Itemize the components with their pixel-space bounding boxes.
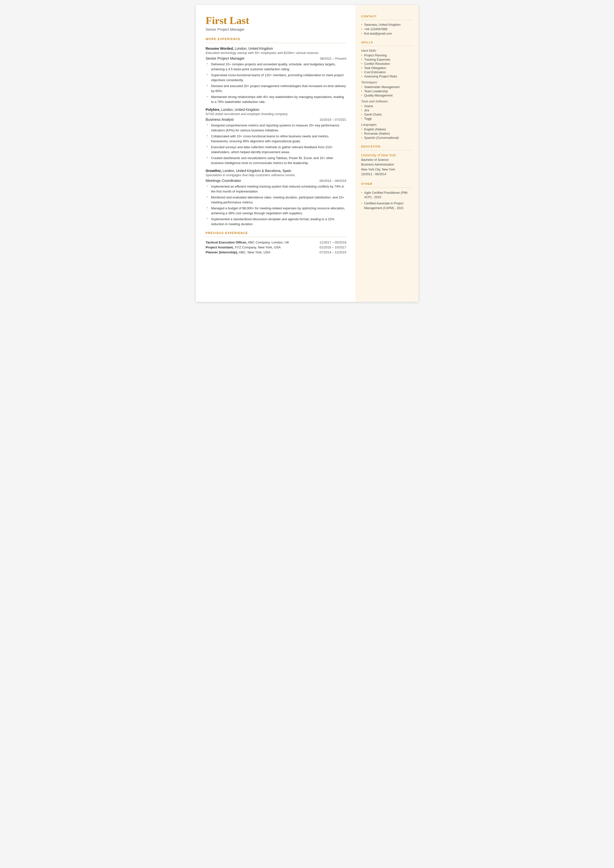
prev-job-2-title: Project Assistant, XYZ Company, New York…	[206, 245, 281, 249]
skill-task-delegation: Task Delegation	[361, 66, 412, 70]
candidate-name: First Last	[206, 15, 346, 26]
job-2-role-row: Business Analyst 10/2019 – 07/2021	[206, 117, 346, 121]
prev-job-1-rest: ABC Company, London, UK	[247, 241, 289, 244]
prev-job-1-dates: 11/2017 – 05/2018	[319, 241, 346, 244]
skills-divider	[361, 46, 412, 46]
right-column: CONTACT Swansea, United Kingdom +44 1234…	[355, 5, 419, 302]
prev-job-2-bold: Project Assistant,	[206, 245, 234, 249]
skill-assessing-project-risks: Assessing Project Risks	[361, 75, 412, 78]
job-2-dates: 10/2019 – 07/2021	[319, 118, 346, 121]
other-divider	[361, 187, 412, 188]
bullet: Collaborated with 10+ cross-functional t…	[207, 134, 346, 143]
job-3-role-row: Meetings Coordinator 06/2018 – 09/2019	[206, 179, 346, 183]
edu-field: Business Administration	[361, 162, 412, 167]
skill-cost-estimation: Cost Estimation	[361, 70, 412, 74]
candidate-title: Senior Project Manager	[206, 27, 346, 31]
job-2-company-name: Polyhire,	[206, 108, 220, 112]
education-divider	[361, 150, 412, 150]
job-2-role: Business Analyst	[206, 117, 234, 121]
prev-job-1: Tactical Execution Officer, ABC Company,…	[206, 241, 346, 244]
job-1-company-rest: London, United Kingdom	[234, 47, 273, 50]
skill-tracking-expenses: Tracking Expenses	[361, 58, 412, 61]
contact-location: Swansea, United Kingdom	[361, 23, 412, 26]
skill-stakeholder-management: Stakeholder Management	[361, 85, 412, 89]
job-1-role: Senior Project Manager	[206, 56, 245, 61]
job-3-desc: Specializes in mortgages that help custo…	[206, 173, 346, 177]
hard-skills-label: Hard Skills:	[361, 49, 412, 53]
contact-phone: +44 1234567890	[361, 28, 412, 31]
edu-school: University of New York	[361, 153, 412, 157]
job-3-company-name: Growthsi,	[206, 169, 222, 173]
previous-experience-header: PREVIOUS EXPERIENCE	[206, 231, 346, 235]
edu-dates: 10/2011 - 06/2014	[361, 172, 412, 177]
education-header: EDUCATION	[361, 145, 412, 148]
skill-gantt-charts: Gantt Charts	[361, 113, 412, 116]
previous-experience-divider	[206, 237, 346, 237]
job-2: Polyhire, London, United Kingdom NYSE-li…	[206, 108, 346, 165]
other-capm: Certified Associate in Project Managemen…	[361, 201, 412, 211]
other-acp: Agile Certified Practitioner (PMI-ACP) -…	[361, 191, 412, 200]
job-3-dates: 06/2018 – 09/2019	[319, 179, 346, 183]
job-1-desc: Education technology startup with 50+ em…	[206, 51, 346, 55]
prev-job-3-title: Planner (Internship), ABC, New York, USA	[206, 250, 271, 254]
contact-email: first.last@gmail.com	[361, 32, 412, 36]
prev-job-1-title: Tactical Execution Officer, ABC Company,…	[206, 241, 289, 244]
bullet: Devised and executed 20+ project managem…	[207, 84, 346, 93]
skill-project-planning: Project Planning	[361, 54, 412, 57]
skill-asana: Asana	[361, 104, 412, 108]
bullet: Implemented an efficient meeting trackin…	[207, 184, 346, 194]
other-header: OTHER	[361, 182, 412, 185]
job-3-role: Meetings Coordinator	[206, 179, 241, 183]
job-3: Growthsi, London, United Kingdom & Barce…	[206, 169, 346, 227]
bullet: Designed comprehensive metrics and repor…	[207, 123, 346, 133]
bullet: Created dashboards and visualizations us…	[207, 156, 346, 165]
contact-divider	[361, 20, 412, 20]
bullet: Implemented a standardized discussion te…	[207, 217, 346, 227]
bullet: Managed a budget of $9,000+ for meeting-…	[207, 206, 346, 216]
languages-label: Languages:	[361, 123, 412, 126]
tools-label: Tools and Software:	[361, 100, 412, 103]
job-1: Resume Worded, London, United Kingdom Ed…	[206, 47, 346, 104]
job-1-bullets: Delivered 10+ complex projects and excee…	[206, 62, 346, 104]
prev-job-2-dates: 01/2016 – 10/2017	[319, 245, 346, 249]
skills-header: SKILLS	[361, 41, 412, 44]
prev-job-1-bold: Tactical Execution Officer,	[206, 241, 247, 244]
left-column: First Last Senior Project Manager WORK E…	[196, 5, 355, 302]
contact-header: CONTACT	[361, 15, 412, 18]
bullet: Supervised cross-functional teams of 120…	[207, 73, 346, 82]
job-3-company-rest: London, United Kingdom & Barcelona, Spai…	[222, 169, 291, 173]
skill-english: English (Native)	[361, 128, 412, 131]
prev-job-3-rest: ABC, New York, USA	[238, 250, 271, 254]
job-1-role-row: Senior Project Manager 08/2021 – Present	[206, 56, 346, 61]
bullet: Monitored and evaluated attendance rates…	[207, 195, 346, 205]
techniques-label: Techniques:	[361, 81, 412, 84]
job-3-bullets: Implemented an efficient meeting trackin…	[206, 184, 346, 227]
prev-job-2-rest: XYZ Company, New York, USA	[234, 245, 281, 249]
work-experience-divider	[206, 43, 346, 43]
job-1-company-name: Resume Worded,	[206, 47, 234, 50]
skill-jira: Jira	[361, 109, 412, 112]
prev-job-3: Planner (Internship), ABC, New York, USA…	[206, 250, 346, 254]
job-2-company: Polyhire, London, United Kingdom	[206, 108, 346, 112]
prev-job-3-bold: Planner (Internship),	[206, 250, 238, 254]
skill-spanish: Spanish (Conversational)	[361, 136, 412, 140]
job-2-desc: NYSE-listed recruitment and employer bra…	[206, 112, 346, 116]
bullet: Executed surveys and data collection met…	[207, 145, 346, 154]
prev-job-3-dates: 07/2014 – 12/2015	[319, 250, 346, 254]
job-3-company: Growthsi, London, United Kingdom & Barce…	[206, 169, 346, 173]
job-2-bullets: Designed comprehensive metrics and repor…	[206, 123, 346, 165]
job-1-dates: 08/2021 – Present	[320, 57, 346, 61]
work-experience-header: WORK EXPERIENCE	[206, 37, 346, 41]
skill-team-leadership: Team Leadership	[361, 90, 412, 93]
job-2-company-rest: London, United Kingdom	[220, 108, 259, 112]
education-entry: University of New York Bachelor of Scien…	[361, 153, 412, 177]
resume-page: First Last Senior Project Manager WORK E…	[196, 5, 419, 302]
job-1-company: Resume Worded, London, United Kingdom	[206, 47, 346, 50]
edu-degree: Bachelor of Science	[361, 158, 412, 162]
bullet: Maintained strong relationships with 40+…	[207, 95, 346, 104]
skill-quality-management: Quality Management	[361, 94, 412, 97]
skill-conflict-resolution: Conflict Resolution	[361, 62, 412, 65]
skill-romanian: Romanian (Native)	[361, 132, 412, 135]
edu-location: New York City, New York	[361, 167, 412, 172]
bullet: Delivered 10+ complex projects and excee…	[207, 62, 346, 71]
